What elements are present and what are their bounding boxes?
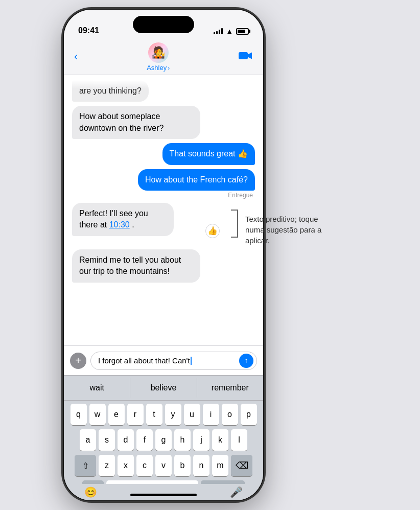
key-f[interactable]: f bbox=[136, 429, 153, 451]
message-row-partial: are you thinking? bbox=[72, 80, 255, 102]
input-text-value: I forgot all about that! Can't bbox=[98, 356, 190, 365]
key-r[interactable]: r bbox=[127, 404, 144, 425]
send-arrow-icon: ↑ bbox=[245, 356, 248, 364]
key-y[interactable]: y bbox=[165, 404, 181, 425]
key-n[interactable]: n bbox=[193, 455, 209, 476]
delete-key[interactable]: ⌫ bbox=[231, 455, 252, 476]
message-row-5: Remind me to tell you about our trip to … bbox=[72, 249, 255, 283]
key-z[interactable]: z bbox=[99, 455, 115, 476]
dynamic-island bbox=[133, 16, 194, 33]
bubble-text-after: . bbox=[132, 220, 134, 229]
keyboard: q w e r t y u i o p a s d f g bbox=[64, 401, 263, 500]
battery-icon bbox=[236, 28, 249, 35]
bubble-text: Remind me to tell you about our trip to … bbox=[79, 256, 181, 275]
bubble-incoming-tapback: Perfect! I'll see you there at 10:30 . bbox=[72, 203, 174, 236]
message-row-2: That sounds great 👍 bbox=[72, 143, 255, 165]
key-e[interactable]: e bbox=[108, 404, 125, 425]
bubble-text: are you thinking? bbox=[79, 86, 142, 95]
phone-frame: 09:41 ▲ ‹ 🧑‍🎤 bbox=[64, 10, 263, 500]
microphone-button[interactable]: 🎤 bbox=[230, 486, 243, 498]
bubble-incoming-partial: are you thinking? bbox=[72, 80, 149, 102]
key-d[interactable]: d bbox=[118, 429, 134, 451]
shift-key[interactable]: ⇧ bbox=[75, 455, 96, 476]
keyboard-bottom-bar: 😊 🎤 bbox=[64, 484, 263, 500]
key-h[interactable]: h bbox=[174, 429, 191, 451]
message-row-4: Perfect! I'll see you there at 10:30 . 👍 bbox=[72, 203, 255, 245]
wifi-icon: ▲ bbox=[226, 27, 233, 35]
contact-info[interactable]: 🧑‍🎤 Ashley › bbox=[147, 42, 170, 72]
key-q[interactable]: q bbox=[71, 404, 87, 425]
emoji-button[interactable]: 😊 bbox=[84, 486, 97, 498]
message-row-3: How about the French café? Entregue bbox=[72, 169, 255, 199]
bubble-text: That sounds great 👍 bbox=[170, 149, 248, 158]
signal-bars-icon bbox=[214, 28, 223, 34]
message-text-input[interactable]: I forgot all about that! Can't ↑ bbox=[90, 352, 257, 370]
key-c[interactable]: c bbox=[136, 455, 153, 476]
status-icons: ▲ bbox=[214, 27, 249, 35]
key-g[interactable]: g bbox=[155, 429, 172, 451]
status-time: 09:41 bbox=[78, 26, 99, 35]
back-button[interactable]: ‹ bbox=[74, 52, 78, 62]
key-p[interactable]: p bbox=[241, 404, 257, 425]
key-o[interactable]: o bbox=[222, 404, 238, 425]
key-t[interactable]: t bbox=[146, 404, 162, 425]
annotation-text: Texto preditivo; toque numa sugestão par… bbox=[245, 210, 322, 246]
message-input-area: + I forgot all about that! Can't ↑ bbox=[64, 345, 263, 375]
bubble-incoming-1: How about someplace downtown on the rive… bbox=[72, 106, 200, 139]
key-s[interactable]: s bbox=[99, 429, 115, 451]
key-m[interactable]: m bbox=[212, 455, 228, 476]
key-w[interactable]: w bbox=[89, 404, 106, 425]
key-v[interactable]: v bbox=[155, 455, 172, 476]
predictive-word-1[interactable]: believe bbox=[130, 378, 197, 398]
phone-wrapper: 09:41 ▲ ‹ 🧑‍🎤 bbox=[0, 0, 327, 510]
message-with-tapback: Perfect! I'll see you there at 10:30 . 👍 bbox=[72, 203, 218, 245]
key-k[interactable]: k bbox=[212, 429, 228, 451]
key-row-2: a s d f g h j k l bbox=[66, 429, 261, 451]
predictive-text-bar: wait believe remember bbox=[64, 375, 263, 401]
time-link[interactable]: 10:30 bbox=[109, 220, 130, 229]
key-row-3: ⇧ z x c v b n m ⌫ bbox=[66, 455, 261, 476]
nav-bar: ‹ 🧑‍🎤 Ashley › bbox=[64, 39, 263, 75]
annotation-bracket bbox=[231, 210, 238, 238]
key-i[interactable]: i bbox=[203, 404, 219, 425]
annotation: Texto preditivo; toque numa sugestão par… bbox=[231, 210, 322, 246]
key-row-1: q w e r t y u i o p bbox=[66, 404, 261, 425]
tapback-emoji: 👍 bbox=[205, 224, 220, 238]
back-chevron-icon: ‹ bbox=[74, 51, 78, 62]
bubble-incoming-5: Remind me to tell you about our trip to … bbox=[72, 249, 200, 283]
delivered-label: Entregue bbox=[228, 192, 253, 199]
home-indicator bbox=[130, 494, 197, 496]
bubble-text: How about someplace downtown on the rive… bbox=[79, 112, 164, 132]
predictive-word-2[interactable]: remember bbox=[197, 378, 263, 398]
bubble-outgoing-3: How about the French café? bbox=[138, 169, 255, 191]
contact-name: Ashley › bbox=[147, 64, 170, 72]
text-cursor bbox=[191, 357, 192, 365]
predictive-word-0[interactable]: wait bbox=[64, 378, 130, 398]
add-attachment-button[interactable]: + bbox=[70, 353, 86, 369]
key-u[interactable]: u bbox=[184, 404, 200, 425]
key-x[interactable]: x bbox=[118, 455, 134, 476]
key-b[interactable]: b bbox=[174, 455, 191, 476]
facetime-button[interactable] bbox=[239, 51, 253, 64]
avatar-image: 🧑‍🎤 bbox=[148, 42, 169, 63]
send-button[interactable]: ↑ bbox=[239, 354, 253, 368]
message-row-1: How about someplace downtown on the rive… bbox=[72, 106, 255, 139]
bubble-text: How about the French café? bbox=[145, 175, 248, 184]
key-j[interactable]: j bbox=[193, 429, 209, 451]
key-l[interactable]: l bbox=[231, 429, 247, 451]
contact-chevron-icon: › bbox=[168, 64, 170, 72]
bubble-outgoing-2: That sounds great 👍 bbox=[162, 143, 255, 165]
svg-rect-0 bbox=[239, 52, 248, 59]
key-a[interactable]: a bbox=[80, 429, 96, 451]
avatar: 🧑‍🎤 bbox=[148, 42, 169, 63]
